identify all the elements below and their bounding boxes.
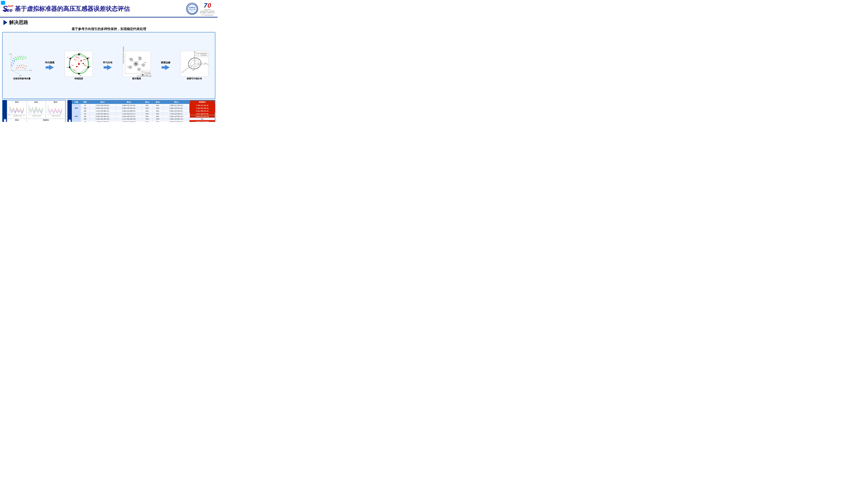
svg-text:算法初始值: 算法初始值 <box>200 53 207 54</box>
svg-point-12 <box>24 56 25 57</box>
svg-point-34 <box>22 65 22 65</box>
col-alg4: 算法4 <box>153 100 163 104</box>
svg-text:Particle to: Particle to <box>144 71 150 73</box>
conv-chart-4: 算法4 1 10 Objective Number <box>7 119 26 122</box>
svg-point-10 <box>19 56 20 57</box>
svg-point-15 <box>18 57 19 58</box>
svg-point-37 <box>18 67 19 68</box>
table-row: 2001.19e+4(4.20e+3)+1.17e+4(5.15e+3)+N/A… <box>72 118 215 120</box>
svg-text:0.4: 0.4 <box>19 75 22 77</box>
svg-point-18 <box>25 58 26 59</box>
comparison-table: 问题 维度 算法1 算法2 算法3 算法4 算法5 所提算法 CF6301.57… <box>72 100 215 122</box>
flow-label-particle: 配对繁殖 <box>132 77 141 80</box>
svg-text:0.5: 0.5 <box>8 114 9 116</box>
svg-point-111 <box>189 60 190 61</box>
logo-eee: eee <box>4 7 12 13</box>
svg-point-117 <box>199 65 200 65</box>
svg-text:-0.2: -0.2 <box>193 65 196 67</box>
conv-charts-grid: 算法1 1 5 10 0.5 1 Objective Number <box>7 100 65 122</box>
svg-point-35 <box>24 65 25 66</box>
table-side-label: 复杂约束优化对比 <box>68 100 72 122</box>
svg-point-89 <box>129 65 132 69</box>
svg-text:-0.6: -0.6 <box>192 70 194 71</box>
col-alg2: 算法2 <box>116 100 142 104</box>
col-proposed: 所提算法 <box>190 100 215 104</box>
svg-point-23 <box>23 59 23 60</box>
svg-text:D₅,₇: D₅,₇ <box>73 69 76 71</box>
svg-line-62 <box>79 55 88 59</box>
table-row: CF7301.02e+0(1.86e-1)−1.01e+0(2.27e-1)−N… <box>72 112 215 115</box>
svg-text:华中科技大学: 华中科技大学 <box>189 7 195 8</box>
svg-point-21 <box>18 59 19 60</box>
svg-point-98 <box>142 71 144 73</box>
header: S HUST eee 基于虚拟标准器的高压互感器误差状态评估 华中科技大学 电气… <box>0 0 218 18</box>
conv-chart-1: 算法1 1 5 10 0.5 1 Objective Number <box>7 101 26 119</box>
svg-text:0.2: 0.2 <box>29 69 32 71</box>
svg-text:S₂: S₂ <box>88 57 90 58</box>
conv-chart-3: 算法3 Objective Number <box>46 101 65 119</box>
svg-text:D₄,₇: D₄,₇ <box>71 64 74 66</box>
svg-point-40 <box>16 68 17 68</box>
table-content: 问题 维度 算法1 算法2 算法3 算法4 算法5 所提算法 CF6301.57… <box>72 100 215 122</box>
scatter-3d-plot: 0.2 0.4 0.8 <box>9 51 35 77</box>
svg-point-30 <box>11 64 12 65</box>
anniversary-logo: 7 0 1952-2022 华中科技大学 | 70周年庆 电气与电子工程学院 T… <box>200 2 215 16</box>
flow-item-particle: First decision variable Second decision … <box>123 51 151 80</box>
svg-point-8 <box>15 57 16 58</box>
arrow2: 学习分布 <box>103 61 113 70</box>
flow-item-scatter: 0.2 0.4 0.8 目标空间参考向量 <box>9 51 35 80</box>
svg-text:S₁: S₁ <box>80 52 81 54</box>
section-arrow-icon <box>3 20 7 25</box>
svg-text:x₂: x₂ <box>182 71 183 73</box>
svg-text:D₂,₃: D₂,₃ <box>76 57 79 58</box>
header-right: 华中科技大学 电气与电子工程学院 7 0 1952-2022 华中科技大学 | … <box>186 2 215 16</box>
svg-text:0.8: 0.8 <box>9 53 12 55</box>
svg-point-36 <box>26 66 27 67</box>
svg-text:Objective Number: Objective Number <box>13 115 22 117</box>
svg-text:D₄,₅: D₄,₅ <box>84 64 87 66</box>
header-left: S HUST eee 基于虚拟标准器的高压互感器误差状态评估 <box>3 5 130 13</box>
svg-text:S₅: S₅ <box>67 67 68 68</box>
conv-chart-proposed: 所提算法 1 5 10 Objective Number <box>27 119 65 122</box>
svg-text:x(t): x(t) <box>127 66 129 67</box>
col-problem: 问题 <box>72 100 81 104</box>
svg-point-33 <box>19 65 20 66</box>
svg-point-11 <box>22 56 22 57</box>
flow-inner: 0.2 0.4 0.8 目标空间参考向量 均匀搜索 <box>4 34 213 97</box>
svg-point-13 <box>26 57 27 58</box>
svg-line-6 <box>11 70 21 74</box>
svg-point-112 <box>191 58 192 59</box>
svg-text:Second decision variable: Second decision variable <box>123 47 124 64</box>
flow-label-explore: 探索可行域分布 <box>187 77 202 80</box>
svg-text:-0.4: -0.4 <box>193 68 195 69</box>
conv-side-label: 收敛均匀可行解集 <box>3 100 7 122</box>
svg-text:D₃,₄: D₃,₄ <box>84 59 86 60</box>
subtitle: 基于参考方向指引的多样性保持，实现稳定约束处理 <box>0 27 218 32</box>
svg-text:0.2: 0.2 <box>195 58 197 59</box>
svg-point-27 <box>13 63 14 64</box>
svg-text:D₁,₂: D₁,₂ <box>74 59 77 60</box>
svg-text:1: 1 <box>8 106 8 108</box>
svg-text:S₆: S₆ <box>67 57 69 58</box>
svg-text:x₁: x₁ <box>207 63 209 65</box>
svg-text:x̄(1): x̄(1) <box>138 56 141 58</box>
svg-point-25 <box>12 60 13 61</box>
header-title: 基于虚拟标准器的高压互感器误差状态评估 <box>15 5 130 13</box>
table-row: 2002.11e+1(5.38e+0)−2.05e+1(2.88e+0)−N/A… <box>72 109 215 112</box>
svg-point-118 <box>198 67 198 67</box>
svg-point-115 <box>199 59 199 60</box>
col-alg3: 算法3 <box>142 100 152 104</box>
conv-chart-2: 算法2 Objective Number <box>27 101 45 119</box>
bottom-section: 收敛均匀可行解集 算法1 1 5 10 0.5 1 O <box>0 99 218 122</box>
svg-point-31 <box>12 65 12 66</box>
svg-point-113 <box>193 57 194 58</box>
svg-text:电气与电子工程学院: 电气与电子工程学院 <box>188 9 196 10</box>
svg-text:S₃: S₃ <box>89 65 91 67</box>
particle-diagram: First decision variable Second decision … <box>123 51 151 77</box>
svg-point-24 <box>12 62 12 63</box>
explore-3d-plot: x₁ x₂ x₃ <box>180 51 209 77</box>
svg-text:S₄: S₄ <box>80 74 81 76</box>
col-alg5: 算法5 <box>163 100 190 104</box>
svg-text:Objective Number: Objective Number <box>52 115 60 117</box>
svg-point-26 <box>13 58 13 59</box>
